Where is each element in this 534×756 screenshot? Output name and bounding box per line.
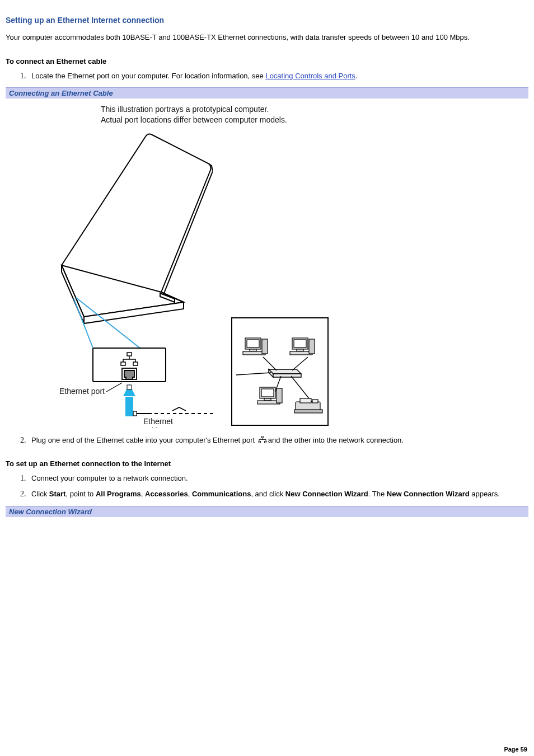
illustration-caption: This illustration portrays a prototypica…: [101, 104, 528, 125]
label-ethernet-cable-2: cable: [143, 426, 162, 428]
svg-line-11: [106, 383, 122, 392]
illustration-connecting-cable: This illustration portrays a prototypica…: [50, 104, 528, 428]
ethernet-port-icon: [258, 436, 267, 444]
page-number: Page 59: [504, 746, 527, 753]
svg-rect-48: [265, 441, 267, 443]
svg-rect-27: [262, 339, 268, 354]
svg-rect-32: [309, 339, 315, 354]
network-diagram: [229, 316, 330, 428]
svg-rect-39: [300, 398, 311, 403]
label-ethernet-cable-1: Ethernet: [143, 417, 173, 426]
subheading-connect-cable: To connect an Ethernet cable: [6, 57, 528, 65]
step-2-pre: Plug one end of the Ethernet cable into …: [31, 436, 257, 444]
step-2: Plug one end of the Ethernet cable into …: [28, 435, 528, 445]
caption-line-1: This illustration portrays a prototypica…: [101, 105, 269, 114]
ethernet-cable-arrow: [123, 384, 213, 416]
section-title: Setting up an Ethernet Internet connecti…: [6, 16, 528, 25]
svg-rect-40: [312, 400, 318, 403]
laptop-diagram: Ethernet port Ethernet cable: [50, 131, 213, 428]
svg-rect-37: [277, 388, 282, 403]
banner-connecting-cable: Connecting an Ethernet Cable: [6, 87, 528, 98]
svg-rect-41: [294, 410, 322, 413]
svg-rect-47: [258, 441, 260, 443]
step-1-text-pre: Locate the Ethernet port on your compute…: [31, 72, 265, 80]
svg-rect-13: [127, 385, 132, 389]
subheading-setup-internet: To set up an Ethernet connection to the …: [6, 459, 528, 468]
label-ethernet-port: Ethernet port: [59, 387, 105, 396]
steps-connect-cable: Locate the Ethernet port on your compute…: [6, 71, 528, 81]
step-1: Locate the Ethernet port on your compute…: [28, 71, 528, 81]
step-2-post: and the other into the network connectio…: [268, 436, 404, 444]
steps-setup-internet: Connect your computer to a network conne…: [6, 473, 528, 499]
steps-connect-cable-cont: Plug one end of the Ethernet cable into …: [6, 435, 528, 445]
svg-rect-29: [294, 340, 306, 348]
svg-rect-34: [261, 389, 274, 397]
caption-line-2: Actual port locations differ between com…: [101, 115, 287, 124]
banner-new-connection-wizard: New Connection Wizard: [6, 506, 528, 517]
step-1-text-post: .: [355, 72, 358, 80]
setup-step-1: Connect your computer to a network conne…: [28, 473, 528, 483]
svg-rect-15: [133, 411, 137, 416]
link-locating-controls[interactable]: Locating Controls and Ports: [265, 72, 355, 80]
svg-rect-24: [247, 340, 259, 348]
setup-step-2: Click Start, point to All Programs, Acce…: [28, 489, 528, 499]
intro-paragraph: Your computer accommodates both 10BASE-T…: [6, 32, 528, 43]
svg-rect-42: [261, 436, 264, 438]
